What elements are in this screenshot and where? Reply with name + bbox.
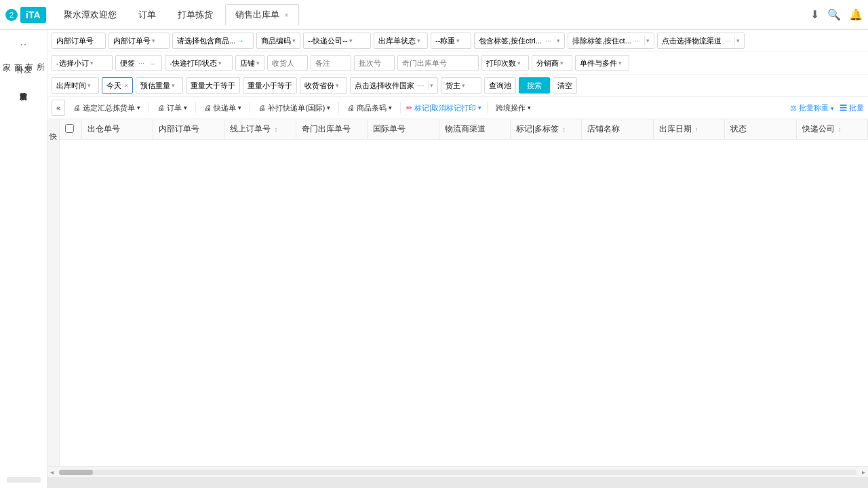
filter-row-2: -选择小订 ▾ 便签 ··· – -快递打印状态 ▾ 店铺 ▾ 打印次数 <box>47 52 868 75</box>
left-vertical-nav: 快 <box>47 119 60 466</box>
col-outbound-no: 出仓单号 <box>81 119 153 140</box>
sidebar-item-reship[interactable]: 补发 <box>13 62 35 79</box>
store-select[interactable]: 店铺 ▾ <box>235 55 264 71</box>
table-area: 快 出仓单号 内部订单号 <box>47 119 868 466</box>
bottom-scrollbar[interactable]: ◂ ▸ <box>47 466 868 477</box>
search-icon[interactable]: 🔍 <box>827 8 841 21</box>
tab-sales-outbound[interactable]: 销售出库单 × <box>225 4 299 25</box>
scroll-thumb <box>59 470 93 475</box>
time-type-select[interactable]: 出库时间 ▾ <box>52 77 99 94</box>
country-select[interactable]: 点击选择收件国家 ··· ▾ <box>350 77 437 94</box>
quick-nav-item[interactable]: 快 <box>47 122 60 130</box>
tag-exclude-more[interactable]: ··· <box>633 37 643 45</box>
printer-select-icon: 🖨 <box>73 104 81 112</box>
clear-btn[interactable]: 清空 <box>553 77 577 94</box>
tab-order[interactable]: 订单 <box>129 5 165 25</box>
divider3 <box>734 36 735 45</box>
tag-include-select[interactable]: 包含标签,按住ctrl... ··· ▾ <box>474 33 565 49</box>
notification-icon[interactable]: 🔔 <box>849 8 863 21</box>
note-input[interactable] <box>311 55 351 71</box>
product-code-btn[interactable]: 🖨 商品条码 ▾ <box>344 102 395 115</box>
weight-lte-btn[interactable]: 重量小于等于 <box>243 77 297 94</box>
product-code-type-select[interactable]: 商品编码 ▾ <box>256 33 300 49</box>
ss-arrow: ▾ <box>90 60 94 66</box>
product-code-arrow: → <box>237 37 244 45</box>
batch-no-input[interactable] <box>354 55 395 71</box>
tag-clear[interactable]: – <box>148 58 157 68</box>
print-count-select[interactable]: 打印次数 ▾ <box>481 55 529 71</box>
order-arrow: ▾ <box>184 104 187 111</box>
cb-arrow: ▾ <box>528 104 531 111</box>
tag-exclude-select[interactable]: 排除标签,按住ct... ··· ▾ <box>568 33 654 49</box>
sidebar-bottom <box>0 472 47 488</box>
tag-include-more[interactable]: ··· <box>543 37 553 45</box>
mark-print-btn[interactable]: ✏ 标记|取消标记打印 ▾ <box>406 103 481 113</box>
filter-row-3: 出库时间 ▾ 今天 × 预估重量 ▾ 重量大于等于 重量小于等于 收货省份 ▾ … <box>47 75 868 97</box>
tab-pick[interactable]: 打单拣货 <box>168 5 222 25</box>
tag-label-select[interactable]: 便签 ··· – <box>115 55 162 71</box>
col-intl-no: 国际单号 <box>368 119 439 140</box>
divider-6 <box>487 102 488 113</box>
weight-select[interactable]: --称重 ▾ <box>431 33 471 49</box>
col-tags: 标记|多标签 ↕ <box>510 119 581 140</box>
cross-border-btn[interactable]: 跨境操作 ▾ <box>493 102 534 115</box>
app-logo: iTA <box>20 7 46 23</box>
batch-weight-btn[interactable]: ⚖ 批量称重 ▾ <box>790 103 834 113</box>
warehouse-status-select[interactable]: 出库单状态 ▾ <box>374 33 428 49</box>
select-all-checkbox[interactable] <box>65 124 74 133</box>
main-layout: ‥ 所有商家 补发 新胜途售前演示 内部订单号 内部订单号 ▾ 请选择包含商品.… <box>0 30 868 488</box>
express-btn[interactable]: 🖨 快递单 ▾ <box>201 102 244 115</box>
bw-arrow: ▾ <box>831 105 834 112</box>
distributor-select[interactable]: 分销商 ▾ <box>532 55 572 71</box>
pool-btn[interactable]: 查询池 <box>484 77 516 94</box>
download-icon[interactable]: ⬇ <box>810 8 819 21</box>
weight-filter-select[interactable]: 预估重量 ▾ <box>136 77 183 94</box>
logistics-select[interactable]: 点击选择物流渠道 ··· ▾ <box>657 33 745 49</box>
owner-select[interactable]: 货主 ▾ <box>441 77 481 94</box>
order-no-label: 内部订单号 <box>56 36 94 46</box>
scroll-left-icon[interactable]: ◂ <box>47 468 56 476</box>
printer-product-icon: 🖨 <box>347 104 355 112</box>
weight-gte-btn[interactable]: 重量大于等于 <box>186 77 240 94</box>
checkbox-header[interactable] <box>60 119 81 140</box>
notification-badge[interactable]: 2 <box>5 9 18 21</box>
fast-left-icon: « <box>56 104 60 112</box>
edit-icon: ✏ <box>406 104 412 113</box>
batch-btn[interactable]: ☰ 批量 <box>840 103 864 113</box>
order-btn[interactable]: 🖨 订单 ▾ <box>155 102 190 115</box>
sidebar-collapse[interactable]: ‥ <box>20 35 27 48</box>
receiver-input[interactable] <box>267 55 308 71</box>
search-btn[interactable]: 搜索 <box>519 77 550 94</box>
express-company-select[interactable]: --快递公司-- ▾ <box>303 33 371 49</box>
left-nav-item[interactable]: « <box>52 100 65 116</box>
today-clear-icon[interactable]: × <box>124 81 128 89</box>
single-multi-select[interactable]: 单件与多件 ▾ <box>575 55 629 71</box>
province-select[interactable]: 收货省份 ▾ <box>300 77 347 94</box>
tab-close-icon[interactable]: × <box>284 11 288 19</box>
intl-express-btn[interactable]: 🖨 补打快递单(国际) ▾ <box>256 102 333 115</box>
scroll-track[interactable] <box>59 470 856 475</box>
tags-sort-icon: ↕ <box>562 126 566 133</box>
product-code-select[interactable]: 请选择包含商品... → <box>172 33 254 49</box>
sidebar-nav-new[interactable]: 新胜途售前演示 <box>16 84 31 89</box>
content-area: 内部订单号 内部订单号 ▾ 请选择包含商品... → 商品编码 ▾ --快递公司… <box>47 30 868 488</box>
scroll-right-icon[interactable]: ▸ <box>859 468 868 476</box>
express-print-state[interactable]: -快递打印状态 ▾ <box>165 55 233 71</box>
sidebar-item-all-shops[interactable]: 所有商家 <box>0 51 47 62</box>
sidebar-scrollbar[interactable] <box>7 477 41 483</box>
filter-row-1: 内部订单号 内部订单号 ▾ 请选择包含商品... → 商品编码 ▾ --快递公司… <box>47 30 868 52</box>
col-qimen-no: 奇门出库单号 <box>296 119 367 140</box>
tab-home[interactable]: 聚水潭欢迎您 <box>54 5 126 25</box>
select-small-order[interactable]: -选择小订 ▾ <box>52 55 113 71</box>
select-merge-btn[interactable]: 🖨 选定汇总拣货单 ▾ <box>71 102 143 115</box>
country-more[interactable]: ··· <box>416 81 426 89</box>
col-online-no: 线上订单号 ↕ <box>224 119 296 140</box>
qimen-no-input[interactable] <box>397 55 479 71</box>
logistics-more[interactable]: ··· <box>723 37 733 45</box>
table-container: 出仓单号 内部订单号 线上订单号 ↕ 奇门出库单号 <box>60 119 868 466</box>
tag-more2[interactable]: ··· <box>136 59 146 67</box>
country-arrow: ▾ <box>430 82 433 89</box>
order-no-input-container[interactable]: 内部订单号 <box>52 33 106 49</box>
internal-order-no-select[interactable]: 内部订单号 ▾ <box>108 33 170 49</box>
time-value-input[interactable]: 今天 × <box>102 77 133 94</box>
